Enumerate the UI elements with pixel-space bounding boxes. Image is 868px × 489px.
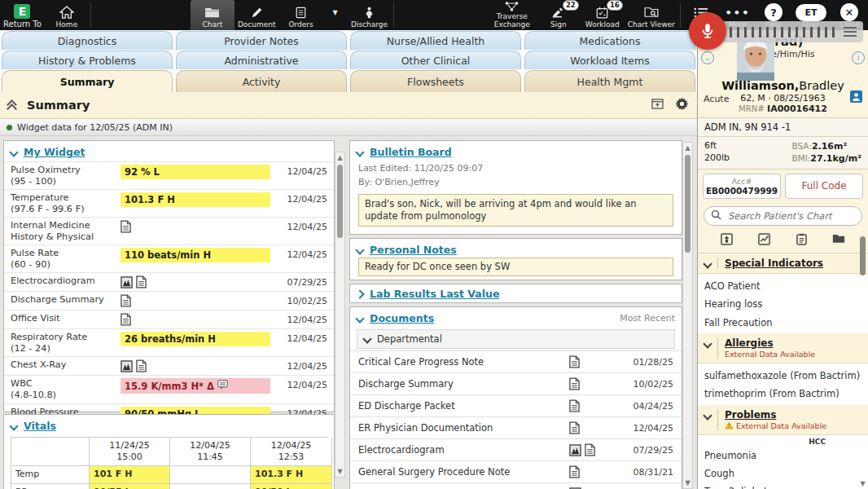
- scroll-down-arrow[interactable]: ▼: [335, 466, 344, 477]
- scroll-up-arrow[interactable]: ▲: [683, 143, 692, 153]
- document-icons[interactable]: [569, 421, 615, 434]
- info-icon[interactable]: i: [852, 51, 865, 64]
- allergy-item[interactable]: sulfamethoxazole (From Bactrim): [698, 367, 868, 385]
- home-button[interactable]: Home: [45, 0, 89, 30]
- bulletin-note[interactable]: Brad's son, Nick, will be arriving at 4p…: [358, 194, 673, 227]
- scrollbar-thumb[interactable]: [860, 236, 866, 275]
- widget-row-value[interactable]: [121, 294, 277, 307]
- tab-flowsheets[interactable]: Flowsheets: [350, 70, 521, 92]
- personal-notes-title[interactable]: Personal Notes: [370, 244, 457, 256]
- patient-chart-search-input[interactable]: [726, 209, 855, 222]
- scroll-down-arrow[interactable]: ▼: [683, 478, 692, 488]
- patient-panel-scrollbar[interactable]: ▼: [857, 235, 868, 489]
- vitals-value-cell[interactable]: 101 F H: [90, 466, 170, 484]
- chevron-down-icon[interactable]: [9, 148, 18, 156]
- widget-row-value[interactable]: [121, 220, 277, 233]
- widget-row-value[interactable]: [121, 275, 277, 289]
- widget-row[interactable]: Discharge Summary10/02/25: [4, 291, 334, 310]
- widget-row[interactable]: Office Visit12/04/25: [4, 310, 334, 328]
- problem-item[interactable]: Type 2 diabetes mellitus0.307: [698, 482, 868, 489]
- document-row[interactable]: Home Health Physical Therapy Visit11/17/…: [350, 482, 682, 489]
- gear-icon[interactable]: [675, 97, 689, 113]
- chart-button[interactable]: Chart: [191, 0, 235, 30]
- tab-administrative[interactable]: Administrative: [176, 51, 347, 69]
- allergies-header[interactable]: Allergies External Data Available: [698, 333, 868, 363]
- clipboard-icon[interactable]: [796, 233, 807, 248]
- vitals-value-cell[interactable]: 101.3 F H: [251, 466, 332, 484]
- workload-button[interactable]: 16 Workload: [581, 0, 625, 30]
- account-number-button[interactable]: Acc# EB0000479999: [703, 174, 781, 199]
- tab-summary[interactable]: Summary: [2, 70, 173, 92]
- vitals-value-cell[interactable]: 90/55 L: [90, 484, 170, 489]
- middle-pane-scrollbar[interactable]: ▲ ▼: [682, 142, 693, 489]
- document-icons[interactable]: [569, 443, 615, 456]
- tab-diagnostics[interactable]: Diagnostics: [2, 31, 173, 50]
- personal-note[interactable]: Ready for DC once seen by SW: [358, 258, 673, 276]
- result-value[interactable]: 15.9 K/mm3 H* Δ: [121, 378, 270, 394]
- document-icons[interactable]: [569, 465, 615, 478]
- problem-item[interactable]: Cough: [698, 465, 868, 482]
- microphone-button[interactable]: [689, 12, 726, 50]
- result-value[interactable]: 110 beats/min H: [121, 248, 270, 262]
- widget-row[interactable]: Pulse Oximetry(95 - 100)92 % L12/04/25: [4, 161, 334, 189]
- chevron-down-icon[interactable]: [355, 245, 364, 254]
- tab-provider-notes[interactable]: Provider Notes: [176, 31, 347, 50]
- documents-sort-label[interactable]: Most Recent: [620, 313, 675, 324]
- document-row[interactable]: ER Physician Documentation12/04/25: [350, 416, 682, 438]
- code-status-button[interactable]: Full Code: [785, 174, 863, 199]
- bulletin-board-title[interactable]: Bulletin Board: [370, 146, 452, 158]
- result-value[interactable]: 26 breaths/min H: [121, 332, 270, 346]
- scroll-down-arrow[interactable]: ▼: [857, 478, 868, 489]
- collapse-panel-icon[interactable]: ⌄: [701, 51, 714, 64]
- result-value[interactable]: 92 % L: [121, 165, 270, 179]
- document-row[interactable]: ED Discharge Packet04/24/25: [350, 394, 682, 416]
- document-row[interactable]: Critical Care Progress Note01/28/25: [350, 350, 682, 372]
- collapse-section-icon[interactable]: [8, 101, 15, 109]
- chevron-down-icon[interactable]: [355, 314, 364, 323]
- problems-header[interactable]: Problems !External Data Available: [698, 405, 868, 435]
- scroll-up-arrow[interactable]: ▲: [335, 152, 344, 163]
- tab-history-problems[interactable]: History & Problems: [2, 51, 173, 69]
- widget-row[interactable]: Electrocardiogram07/29/25: [4, 272, 334, 291]
- sign-button[interactable]: 22 Sign: [537, 0, 581, 30]
- widget-row[interactable]: Temperature(97.6 F - 99.6 F)101.3 F H12/…: [4, 189, 334, 217]
- folder-icon[interactable]: [832, 233, 845, 248]
- document-row[interactable]: Discharge Summary10/02/25: [350, 372, 682, 394]
- chevron-down-icon[interactable]: [355, 148, 364, 156]
- add-document-icon[interactable]: [721, 233, 733, 248]
- vitals-value-cell[interactable]: 90/50 L: [251, 484, 332, 489]
- result-value[interactable]: 101.3 F H: [121, 192, 270, 207]
- special-indicator-item[interactable]: Hearing loss: [698, 295, 868, 313]
- scrollbar-thumb[interactable]: [685, 155, 690, 253]
- widget-row-value[interactable]: [121, 313, 277, 326]
- allergy-item[interactable]: trimethoprim (From Bactrim): [698, 385, 868, 403]
- lab-results-title[interactable]: Lab Results Last Value: [370, 288, 499, 300]
- document-icons[interactable]: [569, 355, 615, 368]
- tab-other-clinical[interactable]: Other Clinical: [350, 51, 521, 69]
- document-row[interactable]: General Surgery Procedure Note08/31/21: [350, 460, 682, 482]
- discharge-button[interactable]: Discharge: [348, 0, 392, 30]
- trends-chart-icon[interactable]: [758, 233, 770, 248]
- special-indicator-item[interactable]: ACO Patient: [698, 277, 868, 295]
- document-row[interactable]: Electrocardiogram07/29/25: [350, 438, 682, 460]
- tab-medications[interactable]: Medications: [524, 31, 695, 50]
- widget-row[interactable]: WBC(4.8-10.8)15.9 K/mm3 H* Δ 12/04/25: [4, 375, 334, 403]
- tab-workload-items[interactable]: Workload Items: [524, 51, 695, 69]
- tab-activity[interactable]: Activity: [176, 70, 347, 92]
- chart-viewer-button[interactable]: Chart Viewer: [625, 0, 678, 30]
- return-to-button[interactable]: E Return To: [0, 0, 45, 30]
- orders-dropdown-button[interactable]: ▼ .: [323, 0, 348, 30]
- document-icons[interactable]: [569, 399, 615, 412]
- traverse-exchange-button[interactable]: Traverse Exchange: [488, 0, 537, 30]
- widget-row[interactable]: Pulse Rate(60 - 90)110 beats/min H12/04/…: [4, 244, 334, 272]
- documents-group-departmental[interactable]: Departmental: [357, 329, 675, 349]
- vitals-value-cell[interactable]: [170, 484, 251, 489]
- popout-window-icon[interactable]: [651, 99, 664, 112]
- my-widget-title[interactable]: My Widget: [24, 146, 85, 158]
- widget-row[interactable]: Respiratory Rate(12 - 24)26 breaths/min …: [4, 328, 334, 356]
- dictation-menu-icon[interactable]: [844, 24, 857, 39]
- widget-row[interactable]: Internal Medicine History & Physical12/0…: [4, 217, 334, 244]
- chevron-down-icon[interactable]: [9, 421, 18, 430]
- documents-title[interactable]: Documents: [370, 312, 434, 324]
- widget-row[interactable]: Chest X-Ray12/04/25: [4, 356, 334, 375]
